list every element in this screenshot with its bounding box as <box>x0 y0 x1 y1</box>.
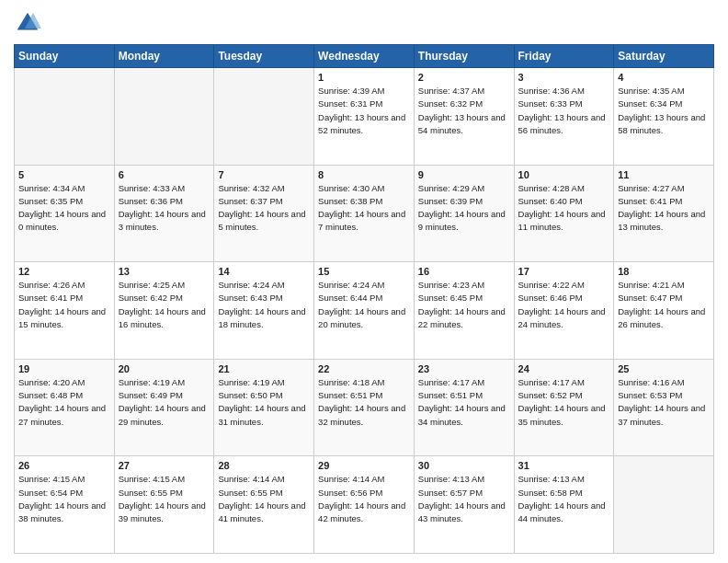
calendar-cell-23: 23Sunrise: 4:17 AMSunset: 6:51 PMDayligh… <box>414 359 514 456</box>
sunset: Sunset: 6:50 PM <box>218 390 282 400</box>
daylight: Daylight: 14 hours and 42 minutes. <box>318 500 405 523</box>
sunrise: Sunrise: 4:28 AM <box>518 183 585 193</box>
day-number: 3 <box>518 72 610 83</box>
sunrise: Sunrise: 4:18 AM <box>318 377 384 387</box>
calendar-cell-24: 24Sunrise: 4:17 AMSunset: 6:52 PMDayligh… <box>514 359 614 456</box>
day-number: 16 <box>418 266 510 277</box>
sunset: Sunset: 6:37 PM <box>218 196 282 206</box>
calendar-cell-28: 28Sunrise: 4:14 AMSunset: 6:55 PMDayligh… <box>214 456 314 554</box>
sunrise: Sunrise: 4:15 AM <box>18 474 85 484</box>
sunset: Sunset: 6:51 PM <box>318 390 382 400</box>
sunrise: Sunrise: 4:20 AM <box>18 377 85 387</box>
daylight: Daylight: 14 hours and 22 minutes. <box>418 306 506 329</box>
sunset: Sunset: 6:57 PM <box>418 488 483 498</box>
day-info: Sunrise: 4:14 AMSunset: 6:56 PMDaylight:… <box>318 473 410 525</box>
day-info: Sunrise: 4:35 AMSunset: 6:34 PMDaylight:… <box>618 85 710 137</box>
day-info: Sunrise: 4:20 AMSunset: 6:48 PMDaylight:… <box>18 376 110 429</box>
sunset: Sunset: 6:33 PM <box>518 98 583 109</box>
calendar-cell-27: 27Sunrise: 4:15 AMSunset: 6:55 PMDayligh… <box>114 456 214 554</box>
sunrise: Sunrise: 4:37 AM <box>418 86 484 96</box>
day-number: 4 <box>618 72 710 83</box>
daylight: Daylight: 14 hours and 20 minutes. <box>318 306 405 329</box>
daylight: Daylight: 14 hours and 24 minutes. <box>518 306 606 329</box>
day-info: Sunrise: 4:15 AMSunset: 6:55 PMDaylight:… <box>119 473 210 525</box>
day-number: 8 <box>318 169 410 180</box>
sunrise: Sunrise: 4:22 AM <box>518 280 585 290</box>
day-info: Sunrise: 4:37 AMSunset: 6:32 PMDaylight:… <box>418 85 510 137</box>
daylight: Daylight: 13 hours and 52 minutes. <box>318 112 405 135</box>
weekday-header-tuesday: Tuesday <box>214 45 314 68</box>
sunset: Sunset: 6:45 PM <box>418 293 483 303</box>
calendar-cell-31: 31Sunrise: 4:13 AMSunset: 6:58 PMDayligh… <box>514 456 614 554</box>
day-info: Sunrise: 4:34 AMSunset: 6:35 PMDaylight:… <box>18 182 110 235</box>
calendar-cell-29: 29Sunrise: 4:14 AMSunset: 6:56 PMDayligh… <box>314 456 415 554</box>
sunset: Sunset: 6:39 PM <box>418 196 483 206</box>
weekday-header-monday: Monday <box>114 45 214 68</box>
calendar-cell-15: 15Sunrise: 4:24 AMSunset: 6:44 PMDayligh… <box>314 262 415 360</box>
sunset: Sunset: 6:42 PM <box>119 293 183 303</box>
calendar-cell-empty <box>114 68 214 166</box>
calendar-cell-14: 14Sunrise: 4:24 AMSunset: 6:43 PMDayligh… <box>214 262 314 360</box>
day-info: Sunrise: 4:16 AMSunset: 6:53 PMDaylight:… <box>618 376 710 429</box>
day-info: Sunrise: 4:32 AMSunset: 6:37 PMDaylight:… <box>218 182 310 235</box>
day-number: 19 <box>18 363 110 374</box>
day-number: 13 <box>119 266 210 277</box>
daylight: Daylight: 13 hours and 54 minutes. <box>418 112 506 135</box>
day-info: Sunrise: 4:39 AMSunset: 6:31 PMDaylight:… <box>318 85 410 137</box>
day-number: 6 <box>119 169 210 180</box>
day-info: Sunrise: 4:24 AMSunset: 6:43 PMDaylight:… <box>218 279 310 331</box>
daylight: Daylight: 14 hours and 7 minutes. <box>318 209 405 232</box>
day-number: 24 <box>518 363 610 374</box>
calendar: SundayMondayTuesdayWednesdayThursdayFrid… <box>14 44 714 554</box>
calendar-cell-19: 19Sunrise: 4:20 AMSunset: 6:48 PMDayligh… <box>15 359 115 456</box>
sunset: Sunset: 6:53 PM <box>618 390 682 400</box>
calendar-cell-4: 4Sunrise: 4:35 AMSunset: 6:34 PMDaylight… <box>614 68 714 166</box>
weekday-header-friday: Friday <box>514 45 614 68</box>
day-number: 30 <box>418 460 510 471</box>
day-number: 14 <box>218 266 310 277</box>
calendar-cell-22: 22Sunrise: 4:18 AMSunset: 6:51 PMDayligh… <box>314 359 415 456</box>
daylight: Daylight: 14 hours and 15 minutes. <box>18 306 106 329</box>
day-number: 21 <box>218 363 310 374</box>
calendar-cell-6: 6Sunrise: 4:33 AMSunset: 6:36 PMDaylight… <box>114 165 214 262</box>
day-number: 23 <box>418 363 510 374</box>
sunrise: Sunrise: 4:32 AM <box>218 183 284 193</box>
day-info: Sunrise: 4:36 AMSunset: 6:33 PMDaylight:… <box>518 85 610 137</box>
weekday-header-wednesday: Wednesday <box>314 45 415 68</box>
sunset: Sunset: 6:58 PM <box>518 488 583 498</box>
sunset: Sunset: 6:41 PM <box>18 293 83 303</box>
day-info: Sunrise: 4:26 AMSunset: 6:41 PMDaylight:… <box>18 279 110 331</box>
calendar-cell-25: 25Sunrise: 4:16 AMSunset: 6:53 PMDayligh… <box>614 359 714 456</box>
day-info: Sunrise: 4:29 AMSunset: 6:39 PMDaylight:… <box>418 182 510 235</box>
day-number: 27 <box>119 460 210 471</box>
day-number: 10 <box>518 169 610 180</box>
calendar-cell-17: 17Sunrise: 4:22 AMSunset: 6:46 PMDayligh… <box>514 262 614 360</box>
calendar-cell-11: 11Sunrise: 4:27 AMSunset: 6:41 PMDayligh… <box>614 165 714 262</box>
day-info: Sunrise: 4:23 AMSunset: 6:45 PMDaylight:… <box>418 279 510 331</box>
calendar-cell-18: 18Sunrise: 4:21 AMSunset: 6:47 PMDayligh… <box>614 262 714 360</box>
sunset: Sunset: 6:36 PM <box>119 196 183 206</box>
day-info: Sunrise: 4:21 AMSunset: 6:47 PMDaylight:… <box>618 279 710 331</box>
daylight: Daylight: 14 hours and 9 minutes. <box>418 209 506 232</box>
day-info: Sunrise: 4:30 AMSunset: 6:38 PMDaylight:… <box>318 182 410 235</box>
daylight: Daylight: 14 hours and 39 minutes. <box>119 500 206 523</box>
day-info: Sunrise: 4:22 AMSunset: 6:46 PMDaylight:… <box>518 279 610 331</box>
sunset: Sunset: 6:52 PM <box>518 390 583 400</box>
header <box>14 9 714 37</box>
calendar-cell-26: 26Sunrise: 4:15 AMSunset: 6:54 PMDayligh… <box>15 456 115 554</box>
sunset: Sunset: 6:35 PM <box>18 196 83 206</box>
sunset: Sunset: 6:48 PM <box>18 390 83 400</box>
daylight: Daylight: 14 hours and 5 minutes. <box>218 209 305 232</box>
day-number: 2 <box>418 72 510 83</box>
daylight: Daylight: 14 hours and 41 minutes. <box>218 500 305 523</box>
day-info: Sunrise: 4:19 AMSunset: 6:49 PMDaylight:… <box>119 376 210 429</box>
sunset: Sunset: 6:55 PM <box>119 488 183 498</box>
day-number: 11 <box>618 169 710 180</box>
calendar-cell-12: 12Sunrise: 4:26 AMSunset: 6:41 PMDayligh… <box>15 262 115 360</box>
sunset: Sunset: 6:55 PM <box>218 488 282 498</box>
sunrise: Sunrise: 4:30 AM <box>318 183 384 193</box>
week-row-2: 5Sunrise: 4:34 AMSunset: 6:35 PMDaylight… <box>15 165 714 262</box>
sunrise: Sunrise: 4:25 AM <box>119 280 185 290</box>
day-info: Sunrise: 4:15 AMSunset: 6:54 PMDaylight:… <box>18 473 110 525</box>
daylight: Daylight: 13 hours and 56 minutes. <box>518 112 606 135</box>
